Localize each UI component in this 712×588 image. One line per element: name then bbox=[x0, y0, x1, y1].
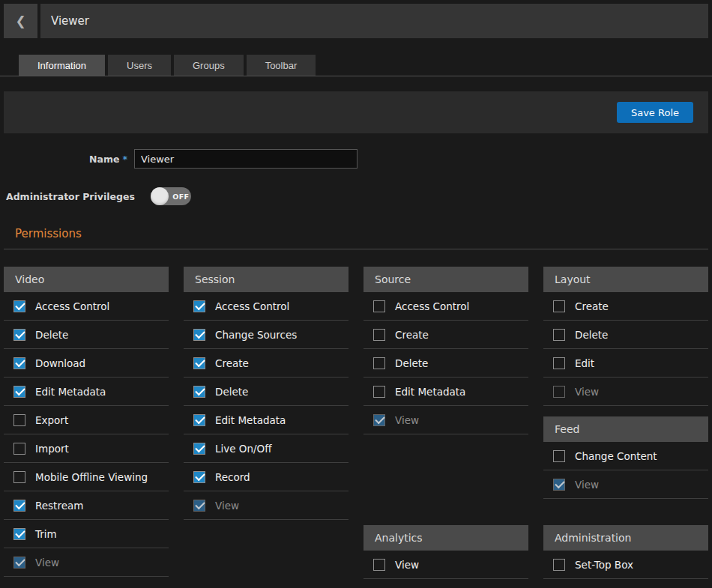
permission-item: View bbox=[184, 491, 349, 520]
permission-label: Create bbox=[575, 300, 609, 312]
permission-label: Trim bbox=[35, 528, 57, 540]
checkbox-checked-icon[interactable] bbox=[13, 357, 25, 369]
permission-group-header-administration: Administration bbox=[543, 525, 708, 551]
permission-label: View bbox=[395, 559, 419, 571]
tab-users[interactable]: Users bbox=[108, 55, 171, 76]
permission-item[interactable]: Set-Top Box bbox=[543, 551, 708, 579]
permissions-grid: VideoAccess ControlDeleteDownloadEdit Me… bbox=[4, 267, 712, 579]
permission-section-analytics: AnalyticsView bbox=[363, 525, 528, 579]
checkbox-unchecked-icon[interactable] bbox=[553, 357, 565, 369]
permission-label: Delete bbox=[35, 329, 68, 341]
checkbox-checked-icon bbox=[373, 414, 385, 426]
permission-label: View bbox=[35, 557, 59, 569]
permission-item[interactable]: Mobile Offline Viewing bbox=[4, 463, 169, 491]
permission-item: View bbox=[363, 406, 528, 434]
permission-label: Record bbox=[215, 471, 250, 483]
tab-bar: Information Users Groups Toolbar bbox=[0, 55, 712, 76]
checkbox-unchecked-icon[interactable] bbox=[373, 329, 385, 341]
checkbox-checked-icon[interactable] bbox=[13, 528, 25, 540]
permission-label: Delete bbox=[395, 357, 428, 369]
checkbox-unchecked-icon[interactable] bbox=[13, 471, 25, 483]
name-input[interactable] bbox=[134, 149, 357, 169]
permission-section-session: SessionAccess ControlChange SourcesCreat… bbox=[184, 267, 349, 520]
permission-label: View bbox=[215, 500, 239, 512]
permission-item[interactable]: Access Control bbox=[4, 292, 169, 321]
toggle-state-label: OFF bbox=[171, 193, 191, 201]
permission-section-administration: AdministrationSet-Top Box bbox=[543, 525, 708, 579]
permission-item[interactable]: Edit Metadata bbox=[363, 378, 528, 406]
permission-group-header-source: Source bbox=[363, 267, 528, 292]
permission-item[interactable]: Record bbox=[184, 463, 349, 491]
permission-item[interactable]: Trim bbox=[4, 520, 169, 548]
permissions-column: SessionAccess ControlChange SourcesCreat… bbox=[184, 267, 349, 520]
checkbox-checked-icon[interactable] bbox=[193, 471, 205, 483]
checkbox-checked-icon[interactable] bbox=[193, 386, 205, 398]
permission-item[interactable]: Import bbox=[4, 434, 169, 463]
checkbox-checked-icon[interactable] bbox=[193, 443, 205, 455]
checkbox-checked-icon[interactable] bbox=[193, 300, 205, 312]
permission-label: Edit Metadata bbox=[395, 386, 465, 398]
checkbox-checked-icon bbox=[553, 479, 565, 491]
checkbox-unchecked-icon[interactable] bbox=[553, 329, 565, 341]
checkbox-checked-icon[interactable] bbox=[193, 329, 205, 341]
permission-item[interactable]: Edit Metadata bbox=[4, 378, 169, 406]
permission-item[interactable]: Create bbox=[363, 321, 528, 349]
checkbox-unchecked-icon[interactable] bbox=[373, 300, 385, 312]
permission-label: Create bbox=[215, 357, 249, 369]
permission-item[interactable]: Download bbox=[4, 349, 169, 378]
permission-item[interactable]: View bbox=[363, 551, 528, 579]
checkbox-unchecked-icon[interactable] bbox=[553, 300, 565, 312]
checkbox-unchecked-icon[interactable] bbox=[553, 450, 565, 462]
checkbox-unchecked-icon[interactable] bbox=[373, 386, 385, 398]
checkbox-checked-icon[interactable] bbox=[13, 500, 25, 512]
back-button[interactable]: ❮ bbox=[4, 4, 37, 38]
checkbox-unchecked-icon[interactable] bbox=[13, 414, 25, 426]
permission-item[interactable]: Delete bbox=[363, 349, 528, 378]
tab-information[interactable]: Information bbox=[19, 55, 105, 76]
tab-toolbar[interactable]: Toolbar bbox=[247, 55, 316, 76]
save-role-button[interactable]: Save Role bbox=[617, 102, 693, 123]
permission-label: View bbox=[575, 479, 599, 491]
permission-section-feed: FeedChange ContentView bbox=[543, 416, 708, 499]
permissions-column: VideoAccess ControlDeleteDownloadEdit Me… bbox=[4, 267, 169, 577]
permission-item[interactable]: Delete bbox=[543, 321, 708, 349]
permission-item[interactable]: Create bbox=[543, 292, 708, 321]
permission-item[interactable]: Restream bbox=[4, 491, 169, 520]
permissions-divider bbox=[4, 249, 708, 249]
checkbox-checked-icon[interactable] bbox=[13, 300, 25, 312]
permission-group-header-video: Video bbox=[4, 267, 169, 292]
permission-group-header-feed: Feed bbox=[543, 416, 708, 442]
permission-item[interactable]: Delete bbox=[4, 321, 169, 349]
permission-label: Create bbox=[395, 329, 429, 341]
permission-item[interactable]: Create bbox=[184, 349, 349, 378]
admin-privileges-row: Administrator Privileges OFF bbox=[0, 187, 712, 205]
checkbox-unchecked-icon[interactable] bbox=[13, 443, 25, 455]
permission-item[interactable]: Access Control bbox=[184, 292, 349, 321]
checkbox-checked-icon[interactable] bbox=[193, 414, 205, 426]
permission-group-header-session: Session bbox=[184, 267, 349, 292]
permission-item[interactable]: Edit Metadata bbox=[184, 406, 349, 434]
checkbox-checked-icon[interactable] bbox=[193, 357, 205, 369]
top-bar: ❮ Viewer bbox=[4, 4, 708, 38]
permission-item[interactable]: Change Sources bbox=[184, 321, 349, 349]
permission-item[interactable]: Change Content bbox=[543, 442, 708, 470]
permission-item[interactable]: Edit bbox=[543, 349, 708, 378]
checkbox-checked-icon bbox=[193, 500, 205, 512]
permission-item[interactable]: Access Control bbox=[363, 292, 528, 321]
permission-item[interactable]: Delete bbox=[184, 378, 349, 406]
checkbox-unchecked-icon[interactable] bbox=[373, 559, 385, 571]
admin-privileges-toggle[interactable]: OFF bbox=[151, 187, 191, 205]
checkbox-checked-icon[interactable] bbox=[13, 386, 25, 398]
toggle-knob-icon bbox=[151, 187, 169, 205]
permission-label: View bbox=[395, 414, 419, 426]
checkbox-checked-icon[interactable] bbox=[13, 329, 25, 341]
checkbox-unchecked-icon[interactable] bbox=[553, 559, 565, 571]
permission-item[interactable]: Export bbox=[4, 406, 169, 434]
checkbox-unchecked-icon[interactable] bbox=[373, 357, 385, 369]
permissions-heading: Permissions bbox=[15, 227, 712, 240]
permission-item[interactable]: Live On/Off bbox=[184, 434, 349, 463]
permission-group-header-analytics: Analytics bbox=[363, 525, 528, 551]
permission-label: Edit bbox=[575, 357, 594, 369]
tab-groups[interactable]: Groups bbox=[174, 55, 244, 76]
permissions-column: LayoutCreateDeleteEditViewFeedChange Con… bbox=[543, 267, 708, 579]
